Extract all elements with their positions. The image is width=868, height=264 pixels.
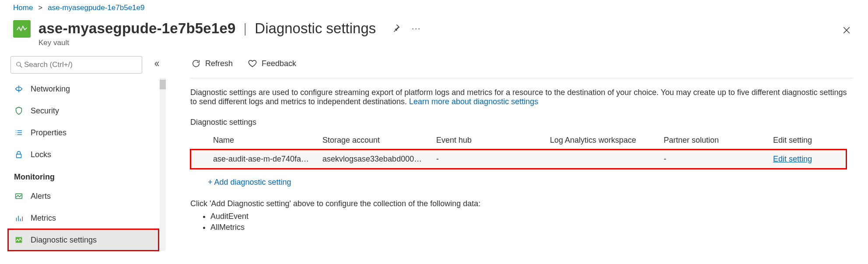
- learn-more-link[interactable]: Learn more about diagnostic settings: [409, 97, 538, 106]
- cell-eventhub: -: [431, 149, 545, 169]
- close-button[interactable]: [840, 24, 853, 39]
- search-input-wrapper[interactable]: [10, 56, 142, 74]
- sidebar-item-diagnostic-settings[interactable]: Diagnostic settings: [8, 229, 159, 251]
- breadcrumb-resource[interactable]: ase-myasegpude-1e7b5e1e9: [48, 4, 144, 12]
- col-partner: Partner solution: [658, 131, 768, 149]
- table-row[interactable]: ase-audit-ase-m-de740fa… asekvlogsase33e…: [190, 149, 847, 169]
- sidebar-item-label: Security: [31, 106, 59, 116]
- shield-icon: [14, 106, 24, 116]
- sidebar-item-label: Properties: [31, 128, 66, 137]
- properties-icon: [14, 128, 24, 137]
- sidebar-item-label: Alerts: [31, 192, 51, 201]
- add-diagnostic-setting-link[interactable]: + Add diagnostic setting: [208, 178, 291, 187]
- resource-type-label: Key vault: [38, 39, 855, 47]
- sidebar-scrollbar-thumb[interactable]: [160, 80, 166, 89]
- title-separator: |: [244, 21, 247, 36]
- sidebar-nav: Networking Security Properties Locks Mon…: [8, 78, 168, 251]
- page-section: Diagnostic settings: [255, 20, 376, 37]
- footer-item: AuditEvent: [210, 212, 853, 221]
- pin-button[interactable]: [390, 22, 402, 35]
- feedback-button[interactable]: Feedback: [247, 57, 297, 70]
- sidebar-scrollbar[interactable]: [160, 78, 166, 251]
- toolbar: Refresh Feedback: [190, 53, 853, 78]
- main-content: Refresh Feedback Diagnostic settings are…: [168, 53, 868, 260]
- cell-law: [545, 149, 658, 169]
- search-input[interactable]: [23, 60, 137, 70]
- diagnostic-settings-table: Name Storage account Event hub Log Analy…: [190, 131, 847, 169]
- cell-storage: asekvlogsase33ebabd000…: [317, 149, 431, 169]
- more-button[interactable]: ···: [410, 22, 423, 35]
- refresh-icon: [191, 59, 201, 68]
- footer-text: Click 'Add Diagnostic setting' above to …: [190, 199, 853, 208]
- sidebar-item-locks[interactable]: Locks: [8, 144, 159, 165]
- sidebar-item-label: Metrics: [31, 214, 56, 223]
- page-header: ase-myasegpude-1e7b5e1e9 | Diagnostic se…: [0, 12, 868, 53]
- heart-icon: [248, 59, 257, 68]
- diagnostic-icon: [14, 235, 24, 245]
- col-name: Name: [208, 131, 317, 149]
- sidebar: Networking Security Properties Locks Mon…: [0, 53, 168, 260]
- diagnostic-settings-label: Diagnostic settings: [190, 118, 853, 127]
- col-eventhub: Event hub: [431, 131, 545, 149]
- search-icon: [15, 61, 23, 69]
- feedback-label: Feedback: [262, 59, 296, 68]
- breadcrumb: Home > ase-myasegpude-1e7b5e1e9: [0, 0, 868, 12]
- svg-rect-8: [17, 154, 21, 158]
- lock-icon: [14, 150, 24, 159]
- sidebar-item-security[interactable]: Security: [8, 100, 159, 122]
- breadcrumb-separator-icon: >: [38, 4, 42, 12]
- metrics-icon: [14, 213, 24, 223]
- page-title: ase-myasegpude-1e7b5e1e9: [38, 20, 236, 37]
- edit-setting-link[interactable]: Edit setting: [773, 155, 812, 163]
- networking-icon: [14, 84, 24, 94]
- sidebar-item-label: Networking: [31, 84, 70, 94]
- sidebar-item-label: Diagnostic settings: [31, 236, 97, 245]
- sidebar-item-properties[interactable]: Properties: [8, 122, 159, 144]
- footer-note: Click 'Add Diagnostic setting' above to …: [190, 199, 853, 232]
- col-law: Log Analytics workspace: [545, 131, 658, 149]
- table-header-row: Name Storage account Event hub Log Analy…: [190, 131, 847, 149]
- refresh-button[interactable]: Refresh: [190, 57, 234, 70]
- collapse-sidebar-button[interactable]: [150, 60, 163, 70]
- alerts-icon: [14, 191, 24, 201]
- cell-name: ase-audit-ase-m-de740fa…: [208, 149, 317, 169]
- col-edit: Edit setting: [768, 131, 847, 149]
- col-storage: Storage account: [317, 131, 431, 149]
- keyvault-icon: [13, 20, 31, 38]
- sidebar-item-alerts[interactable]: Alerts: [8, 185, 159, 207]
- footer-item: AllMetrics: [210, 223, 853, 232]
- description: Diagnostic settings are used to configur…: [190, 78, 853, 106]
- sidebar-group-monitoring: Monitoring: [8, 165, 159, 185]
- sidebar-item-label: Locks: [31, 150, 51, 159]
- breadcrumb-home[interactable]: Home: [13, 4, 33, 12]
- refresh-label: Refresh: [205, 59, 233, 68]
- cell-partner: -: [658, 149, 768, 169]
- sidebar-item-metrics[interactable]: Metrics: [8, 207, 159, 229]
- svg-point-0: [17, 62, 21, 66]
- svg-line-1: [20, 66, 22, 67]
- sidebar-item-networking[interactable]: Networking: [8, 78, 159, 100]
